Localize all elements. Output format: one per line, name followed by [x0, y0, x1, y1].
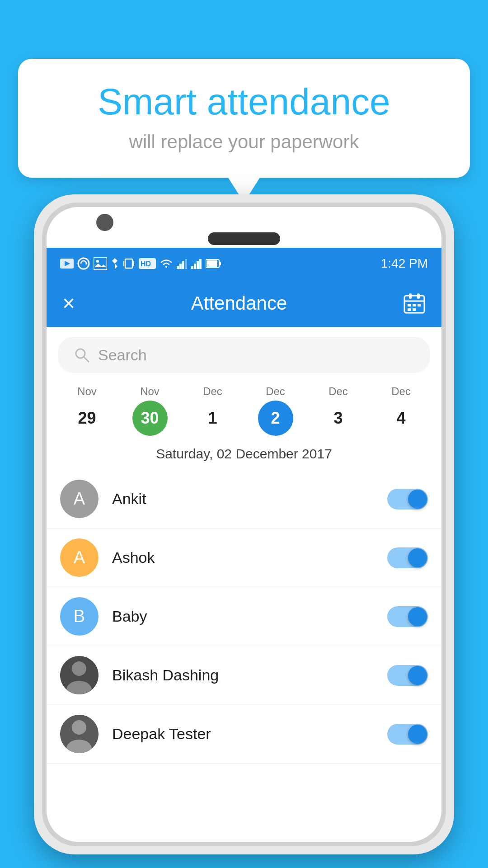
svg-rect-31 [413, 308, 416, 311]
svg-rect-15 [185, 259, 187, 269]
date-strip: Nov 29 Nov 30 Dec 1 Dec 2 [47, 380, 441, 439]
svg-rect-21 [206, 260, 217, 267]
svg-point-35 [72, 661, 86, 676]
toggle-thumb-ankit [408, 490, 427, 509]
sync-icon [77, 257, 90, 270]
date-item-dec3[interactable]: Dec 3 [317, 385, 360, 436]
toggle-thumb-ashok [408, 548, 427, 567]
person-name-bikash: Bikash Dashing [112, 666, 374, 684]
attendance-item-deepak: Deepak Tester [47, 705, 441, 764]
svg-rect-29 [418, 304, 421, 307]
battery-icon [206, 259, 222, 269]
svg-rect-19 [199, 259, 202, 269]
svg-rect-17 [194, 264, 196, 269]
svg-rect-30 [408, 308, 411, 311]
svg-marker-6 [94, 264, 106, 267]
hd-icon: HD [139, 258, 156, 269]
toggle-thumb-baby [408, 607, 427, 626]
attendance-item-ankit: A Ankit [47, 470, 441, 528]
toggle-ankit[interactable] [387, 489, 428, 509]
status-bar: HD 1:42 PM [47, 248, 441, 279]
svg-line-33 [84, 357, 89, 362]
svg-point-5 [96, 260, 99, 263]
close-button[interactable]: × [62, 292, 75, 314]
svg-rect-14 [182, 261, 184, 269]
person-name-baby: Baby [112, 608, 374, 625]
svg-rect-16 [191, 266, 193, 269]
play-icon [60, 259, 74, 269]
bubble-title: Smart attendance [45, 81, 443, 122]
svg-rect-27 [408, 304, 411, 307]
svg-rect-28 [413, 304, 416, 307]
attendance-item-ashok: A Ashok [47, 528, 441, 587]
svg-rect-13 [179, 264, 182, 269]
date-item-nov30[interactable]: Nov 30 [128, 385, 171, 436]
bikash-silhouette [60, 656, 99, 694]
search-bar[interactable]: Search [58, 337, 430, 373]
app-header: × Attendance [47, 279, 441, 327]
phone-mockup: HD 1:42 PM × Attendance [34, 194, 454, 868]
avatar-ashok: A [60, 538, 99, 577]
image-icon [94, 257, 107, 270]
date-item-dec2[interactable]: Dec 2 [254, 385, 297, 436]
toggle-baby[interactable] [387, 606, 428, 627]
speech-bubble: Smart attendance will replace your paper… [18, 59, 470, 178]
attendance-list: A Ankit A Ashok [47, 470, 441, 764]
svg-rect-25 [409, 293, 412, 299]
svg-rect-9 [133, 261, 134, 266]
status-icons: HD [60, 257, 222, 270]
deepak-silhouette [60, 715, 99, 753]
phone-speaker [208, 232, 280, 245]
bluetooth-icon [111, 257, 119, 270]
signal2-icon [191, 258, 202, 269]
attendance-item-bikash: Bikash Dashing [47, 646, 441, 705]
wifi-icon [160, 258, 173, 269]
toggle-ashok[interactable] [387, 547, 428, 568]
toggle-bikash[interactable] [387, 665, 428, 686]
toggle-thumb-bikash [408, 666, 427, 685]
person-name-ankit: Ankit [112, 490, 374, 508]
person-name-deepak: Deepak Tester [112, 725, 374, 743]
svg-rect-12 [177, 266, 179, 269]
search-icon [74, 347, 90, 363]
svg-text:HD: HD [141, 260, 151, 268]
avatar-ankit: A [60, 480, 99, 518]
date-item-dec1[interactable]: Dec 1 [191, 385, 234, 436]
phone-camera [96, 214, 113, 231]
header-title: Attendance [191, 292, 287, 314]
person-name-ashok: Ashok [112, 549, 374, 566]
toggle-deepak[interactable] [387, 724, 428, 745]
svg-rect-18 [197, 261, 199, 269]
svg-point-38 [72, 720, 86, 735]
date-item-dec4[interactable]: Dec 4 [380, 385, 422, 436]
bubble-subtitle: will replace your paperwork [45, 131, 443, 153]
signal1-icon [177, 258, 188, 269]
svg-rect-7 [125, 259, 132, 268]
svg-rect-4 [94, 257, 107, 270]
calendar-button[interactable] [403, 292, 426, 315]
avatar-baby: B [60, 597, 99, 636]
attendance-item-baby: B Baby [47, 587, 441, 646]
svg-rect-8 [123, 261, 124, 266]
svg-point-2 [78, 258, 89, 269]
vibrate-icon [122, 257, 135, 270]
status-time: 1:42 PM [381, 256, 428, 271]
avatar-deepak [60, 715, 99, 753]
svg-rect-26 [417, 293, 420, 299]
search-input[interactable]: Search [98, 346, 147, 364]
calendar-icon [403, 292, 426, 315]
selected-date-label: Saturday, 02 December 2017 [47, 439, 441, 470]
avatar-bikash [60, 656, 99, 694]
date-item-nov29[interactable]: Nov 29 [66, 385, 108, 436]
toggle-thumb-deepak [408, 725, 427, 744]
svg-rect-22 [219, 262, 221, 265]
